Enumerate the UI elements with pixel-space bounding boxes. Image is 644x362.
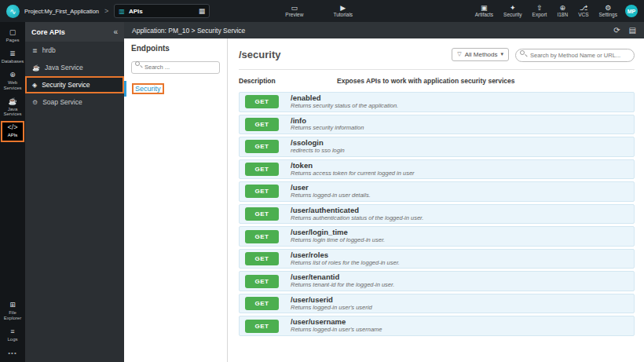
project-name[interactable]: Project:My_First_Application bbox=[24, 8, 99, 15]
endpoint-row[interactable]: GET /user/login_time Returns login time … bbox=[239, 226, 635, 247]
preview-icon: ▭ bbox=[291, 5, 298, 12]
endpoint-text: /user/roles Returns list of roles for th… bbox=[291, 251, 400, 267]
pages-icon: ▢ bbox=[9, 29, 16, 36]
apis-icon: </> bbox=[7, 124, 17, 131]
endpoint-text: /info Returns security information bbox=[291, 117, 364, 133]
endpoints-search-input[interactable] bbox=[131, 61, 220, 74]
coffee-icon: ☕ bbox=[32, 64, 40, 71]
security-label: Security bbox=[503, 13, 521, 18]
sidebar-item-java-services[interactable]: ☕ Java Services bbox=[1, 95, 24, 122]
api-item-label: Security Service bbox=[42, 81, 90, 89]
api-item-security-service[interactable]: ◈ Security Service bbox=[25, 76, 124, 93]
methods-filter-label: All Methods bbox=[465, 51, 498, 58]
method-badge[interactable]: GET bbox=[245, 230, 279, 243]
api-item-soap-service[interactable]: ⚙ Soap Service bbox=[25, 93, 124, 111]
api-item-hrdb[interactable]: ≣ hrdb bbox=[25, 42, 124, 59]
endpoint-row[interactable]: GET /user/userid Returns logged-in user'… bbox=[239, 294, 635, 314]
methods-filter-dropdown[interactable]: ▽ All Methods ▾ bbox=[452, 48, 509, 61]
gear-icon: ⚙ bbox=[32, 99, 38, 106]
preview-button[interactable]: ▭ Preview bbox=[285, 5, 303, 18]
endpoint-text: /token Returns access token for current … bbox=[291, 162, 415, 177]
endpoint-description: Returns list of roles for the logged-in … bbox=[291, 260, 400, 267]
endpoint-row[interactable]: GET /token Returns access token for curr… bbox=[239, 159, 635, 180]
core-apis-title: Core APIs bbox=[31, 28, 65, 36]
endpoint-row[interactable]: GET /user/tenantid Returns tenant-id for… bbox=[239, 271, 635, 291]
user-avatar[interactable]: MP bbox=[625, 5, 638, 17]
sidebar-item-label: Web Services bbox=[1, 80, 24, 91]
sidebar-item-apis[interactable]: </> APIs bbox=[1, 121, 24, 142]
vcs-button[interactable]: ⎇ VCS bbox=[578, 5, 588, 18]
method-search bbox=[515, 46, 635, 62]
endpoint-row[interactable]: GET /user/roles Returns list of roles fo… bbox=[239, 249, 635, 269]
breadcrumb-bar: Application: PM_10 > Security Service ⟳ … bbox=[124, 22, 644, 38]
refresh-icon[interactable]: ⟳ bbox=[613, 26, 620, 35]
topbar-actions: ▣ Artifacts ✦ Security ⇧ Export ⊕ I18N ⎇… bbox=[475, 5, 617, 18]
collapse-panel-icon[interactable]: « bbox=[113, 27, 118, 36]
method-badge[interactable]: GET bbox=[245, 163, 279, 176]
api-item-java-service[interactable]: ☕ Java Service bbox=[25, 59, 124, 76]
i18n-button[interactable]: ⊕ I18N bbox=[557, 5, 568, 18]
endpoint-path: /token bbox=[291, 162, 415, 170]
workspace-selector[interactable]: ▥ APIs ▦ bbox=[114, 4, 210, 18]
logo-glyph: ∿ bbox=[9, 7, 16, 16]
endpoint-text: /enabled Returns security status of the … bbox=[291, 94, 398, 110]
more-options-icon[interactable]: ••• bbox=[8, 346, 16, 360]
sidebar-item-databases[interactable]: ≣ Databases bbox=[1, 47, 24, 68]
chevron-right-icon: > bbox=[104, 7, 108, 15]
sidebar-item-label: Pages bbox=[5, 38, 19, 43]
sidebar-item-logs[interactable]: ≡ Logs bbox=[1, 325, 24, 346]
method-badge[interactable]: GET bbox=[245, 140, 279, 153]
panel-toggle-icon[interactable]: ▥ bbox=[119, 8, 125, 15]
endpoint-text: /ssologin redirects to sso login bbox=[291, 139, 345, 155]
endpoint-description: Returns logged-in user's userid bbox=[291, 305, 372, 312]
preview-label: Preview bbox=[285, 13, 303, 18]
endpoint-row[interactable]: GET /user/authenticated Returns authenti… bbox=[239, 204, 635, 225]
app-logo-icon[interactable]: ∿ bbox=[6, 5, 20, 18]
method-badge[interactable]: GET bbox=[245, 297, 279, 310]
endpoint-row[interactable]: GET /info Returns security information bbox=[239, 115, 635, 135]
method-badge[interactable]: GET bbox=[245, 185, 279, 198]
sidebar-item-label: Databases bbox=[2, 59, 24, 64]
method-badge[interactable]: GET bbox=[245, 207, 279, 221]
coffee-icon: ☕ bbox=[8, 98, 16, 105]
endpoint-description: Returns access token for current logged … bbox=[291, 170, 415, 177]
method-badge[interactable]: GET bbox=[245, 252, 279, 265]
endpoints-search bbox=[131, 58, 220, 74]
endpoint-row[interactable]: GET /ssologin redirects to sso login bbox=[239, 137, 635, 157]
app-root: ∿ Project:My_First_Application > ▥ APIs … bbox=[0, 0, 644, 362]
service-description: Exposes APIs to work with application se… bbox=[337, 77, 514, 85]
artifacts-button[interactable]: ▣ Artifacts bbox=[475, 5, 493, 18]
method-badge[interactable]: GET bbox=[245, 95, 279, 108]
filter-icon: ▽ bbox=[457, 51, 461, 57]
save-icon[interactable]: ▤ bbox=[629, 26, 636, 35]
description-row: Description Exposes APIs to work with ap… bbox=[239, 77, 635, 85]
method-search-input[interactable] bbox=[515, 49, 635, 62]
tutorials-icon: ▶ bbox=[340, 5, 346, 12]
settings-label: Settings bbox=[599, 13, 618, 18]
sidebar-item-file-explorer[interactable]: ⊞ File Explorer bbox=[1, 298, 24, 325]
method-badge[interactable]: GET bbox=[245, 118, 279, 131]
method-badge[interactable]: GET bbox=[245, 320, 279, 333]
export-button[interactable]: ⇧ Export bbox=[532, 5, 547, 18]
tutorials-button[interactable]: ▶ Tutorials bbox=[333, 5, 353, 18]
endpoint-description: redirects to sso login bbox=[291, 148, 345, 155]
endpoint-row[interactable]: GET /enabled Returns security status of … bbox=[239, 92, 635, 112]
endpoint-row[interactable]: GET /user/username Returns logged-in use… bbox=[239, 316, 635, 336]
description-label: Description bbox=[239, 77, 337, 85]
endpoint-text: /user Returns logged-in user details. bbox=[291, 184, 371, 199]
selector-left: ▥ APIs bbox=[119, 8, 142, 15]
chevron-down-icon: ▾ bbox=[500, 51, 503, 57]
logs-icon: ≡ bbox=[10, 328, 14, 335]
sidebar-item-pages[interactable]: ▢ Pages bbox=[1, 26, 24, 47]
grid-menu-icon[interactable]: ▦ bbox=[199, 7, 206, 15]
database-icon: ≣ bbox=[32, 47, 38, 54]
security-shield-icon: ✦ bbox=[510, 5, 516, 12]
endpoint-row[interactable]: GET /user Returns logged-in user details… bbox=[239, 181, 635, 202]
endpoint-group-security[interactable]: Security bbox=[124, 81, 227, 97]
security-button[interactable]: ✦ Security bbox=[503, 5, 521, 18]
settings-button[interactable]: ⚙ Settings bbox=[599, 5, 618, 18]
method-badge[interactable]: GET bbox=[245, 275, 279, 288]
artifacts-icon: ▣ bbox=[481, 5, 488, 12]
api-item-label: hrdb bbox=[42, 46, 56, 54]
sidebar-item-web-services[interactable]: ⊕ Web Services bbox=[1, 68, 24, 95]
